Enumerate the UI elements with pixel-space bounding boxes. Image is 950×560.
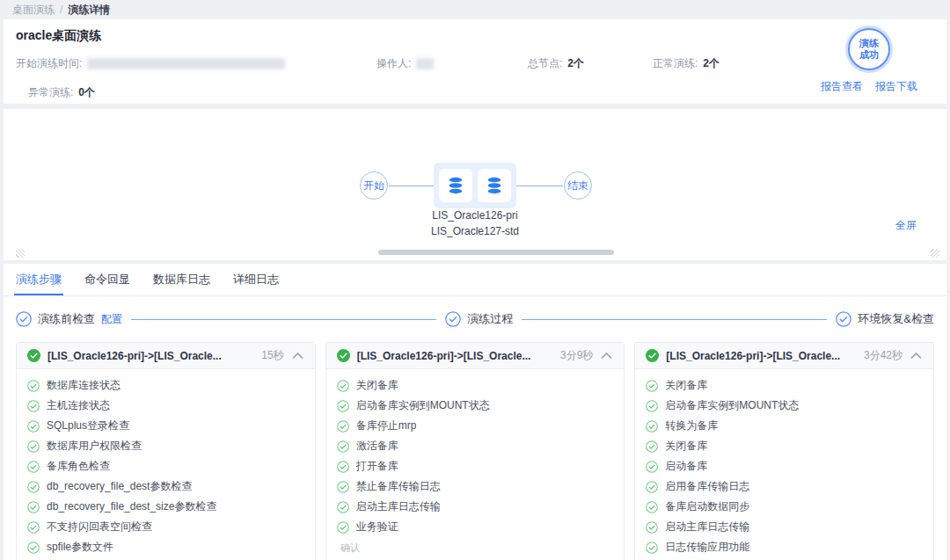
success-outline-icon	[337, 440, 349, 453]
phase-stepper: 演练前检查 配置 演练过程 环境恢复&检查	[4, 311, 946, 327]
check-card-duration: 3分42秒	[864, 348, 902, 363]
check-item-label: 启动主库日志传输	[665, 520, 749, 535]
success-outline-icon	[646, 440, 658, 453]
check-item: 备库角色检查	[17, 456, 315, 476]
field-start-time: 开始演练时间:	[16, 56, 376, 71]
field-abnormal-drills: 异常演练: 0个	[28, 85, 95, 100]
stepper-connector	[522, 319, 827, 320]
check-card: [LIS_Oracle126-pri]->[LIS_Oracle... 15秒 …	[16, 342, 316, 560]
check-item: SQLplus登录检查	[17, 416, 315, 436]
check-item: 启动主库日志传输	[635, 517, 933, 537]
success-outline-icon	[27, 380, 40, 392]
resize-grip-left[interactable]	[16, 249, 25, 258]
success-outline-icon	[337, 461, 349, 473]
success-outline-icon	[27, 521, 40, 534]
drill-success-badge: 演练成功	[848, 28, 890, 70]
check-item: 启动备库实例到MOUNT状态	[326, 396, 625, 416]
success-outline-icon	[337, 501, 349, 513]
check-item: 启用备库传输日志	[635, 476, 933, 497]
flow-node-labels: LIS_Oracle126-pri LIS_Oracle127-std	[387, 207, 563, 239]
success-outline-icon	[337, 400, 349, 412]
check-item-label: db_recovery_file_dest参数检查	[47, 479, 192, 494]
report-view-link[interactable]: 报告查看	[821, 79, 863, 94]
flow-end-node[interactable]: 结束	[564, 171, 592, 200]
check-item: 转换为备库	[635, 416, 933, 436]
tab-detail-log[interactable]: 详细日志	[233, 264, 279, 295]
check-cards-row: [LIS_Oracle126-pri]->[LIS_Oracle... 15秒 …	[4, 342, 946, 560]
check-item-list: 关闭备库 启动备库实例到MOUNT状态 备库停止mrp 激活备库 打开备库 禁止…	[326, 369, 625, 541]
check-item-label: 关闭备库	[665, 378, 707, 393]
check-card-header[interactable]: [LIS_Oracle126-pri]->[LIS_Oracle... 3分9秒	[326, 343, 625, 369]
check-item: db_recovery_file_dest参数检查	[17, 476, 315, 497]
check-card: [LIS_Oracle126-pri]->[LIS_Oracle... 3分42…	[634, 342, 934, 560]
chevron-up-icon[interactable]	[291, 349, 304, 362]
drill-detail-panel: 演练步骤 命令回显 数据库日志 详细日志 演练前检查 配置 演练过程 环境恢复&…	[4, 264, 946, 560]
check-item: 备库启动数据同步	[635, 497, 933, 517]
chevron-up-icon[interactable]	[600, 349, 613, 362]
success-outline-icon	[646, 380, 658, 392]
check-card-title: [LIS_Oracle126-pri]->[LIS_Oracle...	[357, 350, 553, 362]
phase-process: 演练过程	[445, 311, 513, 327]
horizontal-scrollbar-thumb[interactable]	[378, 250, 614, 255]
drill-summary-panel: oracle桌面演练 开始演练时间: 操作人: 总节点: 2个 正常演练: 2个…	[4, 19, 946, 104]
flow-start-node[interactable]: 开始	[360, 171, 388, 200]
check-item: 数据库用户权限检查	[17, 436, 315, 456]
check-item-label: 激活备库	[356, 439, 398, 454]
check-card-header[interactable]: [LIS_Oracle126-pri]->[LIS_Oracle... 15秒	[17, 343, 315, 369]
check-item-label: 打开备库	[356, 459, 398, 474]
success-outline-icon	[337, 380, 349, 392]
tab-database-log[interactable]: 数据库日志	[153, 264, 210, 295]
check-item-list: 数据库连接状态 主机连接状态 SQLplus登录检查 数据库用户权限检查 备库角…	[17, 369, 315, 560]
precheck-config-link[interactable]: 配置	[101, 312, 122, 327]
field-total-nodes: 总节点: 2个	[528, 56, 653, 71]
redacted-operator-value	[416, 58, 434, 69]
check-item-list: 关闭备库 启动备库实例到MOUNT状态 转换为备库 关闭备库 启动备库 启用备库…	[635, 369, 933, 560]
tab-drill-steps[interactable]: 演练步骤	[16, 264, 62, 295]
check-item-label: 备库停止mrp	[356, 418, 417, 433]
check-item: 主机连接状态	[17, 396, 315, 416]
flow-connector-left	[389, 185, 434, 186]
tab-command-echo[interactable]: 命令回显	[84, 264, 130, 295]
success-outline-icon	[337, 420, 349, 433]
flow-db-node-group[interactable]	[434, 163, 516, 208]
check-item-label: 备库启动数据同步	[665, 499, 749, 514]
check-circle-icon	[836, 311, 851, 327]
check-item-label: 不支持闪回表空间检查	[47, 520, 152, 535]
success-outline-icon	[646, 481, 658, 493]
check-item: db_recovery_file_dest_size参数检查	[17, 497, 315, 517]
check-card-title: [LIS_Oracle126-pri]->[LIS_Oracle...	[48, 350, 254, 362]
check-card-header[interactable]: [LIS_Oracle126-pri]->[LIS_Oracle... 3分42…	[635, 343, 933, 369]
check-item: 启动主库日志传输	[326, 497, 625, 517]
check-item-label: 关闭备库	[665, 439, 707, 454]
check-item-label: 启动备库实例到MOUNT状态	[665, 398, 799, 413]
flow-node-label-primary: LIS_Oracle126-pri	[387, 207, 563, 223]
check-card: [LIS_Oracle126-pri]->[LIS_Oracle... 3分9秒…	[325, 342, 625, 560]
drill-result-area: 演练成功 报告查看 报告下载	[808, 25, 931, 94]
check-item-label: 启用备库传输日志	[665, 479, 749, 494]
check-item-label: 启动备库实例到MOUNT状态	[356, 398, 490, 413]
check-item: 业务验证	[326, 517, 625, 537]
check-item: 不支持闪回表空间检查	[17, 517, 315, 537]
check-circle-icon	[16, 311, 32, 327]
check-item: 打开备库	[326, 456, 625, 476]
success-filled-icon	[646, 349, 659, 362]
fullscreen-link[interactable]: 全屏	[895, 218, 917, 233]
chevron-up-icon[interactable]	[910, 349, 923, 362]
breadcrumb: 桌面演练 / 演练详情	[0, 0, 950, 19]
redacted-start-time-value	[87, 58, 285, 69]
check-card-duration: 3分9秒	[560, 348, 593, 363]
check-item-label: 数据库用户权限检查	[47, 439, 142, 454]
breadcrumb-parent[interactable]: 桌面演练	[12, 3, 55, 18]
check-item-label: 数据库连接状态	[47, 378, 121, 393]
resize-grip-right[interactable]	[931, 249, 939, 258]
database-icon	[439, 169, 472, 202]
field-operator: 操作人:	[376, 56, 528, 71]
success-outline-icon	[337, 521, 349, 534]
report-download-link[interactable]: 报告下载	[875, 79, 917, 94]
check-item-label: 禁止备库传输日志	[356, 479, 441, 494]
check-item: spfile参数文件	[17, 537, 315, 557]
success-outline-icon	[27, 400, 40, 412]
check-item-label: SQLplus登录检查	[47, 418, 129, 433]
check-item-label: 启动备库	[665, 459, 707, 474]
check-item: 备库停止mrp	[326, 416, 625, 436]
